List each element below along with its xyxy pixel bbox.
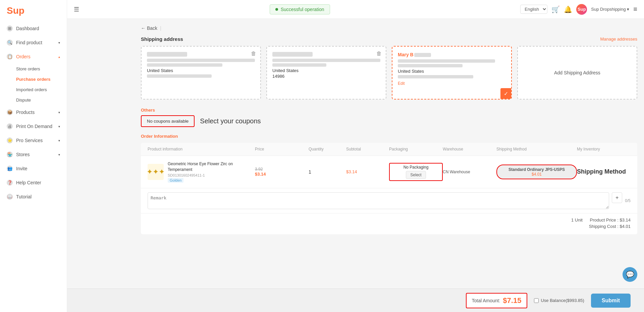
no-coupons-box[interactable]: No coupons available [141,115,195,127]
address-2-country: United States [272,68,380,73]
success-dot-icon [275,8,278,11]
product-thumbnail: ✦✦✦ [148,164,164,180]
address-2-line1 [272,59,380,62]
others-label: Others [141,108,637,113]
shipping-method-box[interactable]: Standard Ordinary JPS-USPS $4.01 [496,165,577,179]
total-value: $7.15 [503,296,521,305]
address-3-line1 [398,59,495,63]
sidebar: Sup ⊞ Dashboard 🔍 Find product ▾ 📋 Order… [0,0,67,312]
address-1-country: United States [147,68,255,73]
back-divider: | [160,25,161,31]
address-card-2[interactable]: 🗑 United States 14986 [266,46,386,100]
address-1-name [147,52,187,57]
delete-address-2-icon[interactable]: 🗑 [376,51,382,57]
col-price: Price [255,147,309,151]
order-table: Product information Price Quantity Subto… [141,143,637,234]
product-sku: SD01301602495411-1 [168,173,255,177]
submit-button[interactable]: Submit [591,294,631,308]
remark-counter: 0/5 [625,198,631,203]
sidebar-item-label: Help Center [16,180,41,185]
dashboard-icon: ⊞ [7,25,13,32]
tutorial-icon: 📖 [7,194,13,200]
col-quantity: Quantity [309,147,346,151]
price-original: 3.92 [255,167,309,172]
delete-address-1-icon[interactable]: 🗑 [251,51,256,57]
bell-icon[interactable]: 🔔 [564,5,572,13]
sidebar-item-dashboard[interactable]: ⊞ Dashboard [0,21,67,36]
add-address-card[interactable]: Add Shipping Address [517,46,637,100]
sidebar-item-dispute[interactable]: Dispute [0,95,67,105]
warehouse-cell: CN Warehouse [443,170,496,174]
footer-bar: Total Amount: $7.15 Use Balance($993.85)… [67,289,644,312]
col-warehouse: Warehouse [443,147,496,151]
my-inventory-cell: Shipping Method [577,168,631,175]
user-chevron-icon: ▾ [627,7,629,12]
sidebar-item-invite[interactable]: 👥 Invite [0,162,67,176]
hamburger-button[interactable]: ☰ [74,6,79,13]
address-3-line2 [398,64,463,67]
product-info-cell: ✦✦✦ Geometric Horse Eye Flower Zirc on T… [148,161,255,183]
others-section: Others No coupons available Select your … [141,108,637,127]
address-1-line1 [147,59,255,62]
remark-input[interactable] [148,192,609,209]
quantity-cell: 1 [309,169,346,175]
success-message: Successful operation [281,7,324,12]
sidebar-item-label: Find product [16,40,42,45]
total-label: Total Amount: [472,298,500,303]
sidebar-item-imported-orders[interactable]: Imported orders [0,84,67,95]
selected-check-icon: ✓ [500,88,511,99]
address-2-line2 [272,63,326,67]
back-button[interactable]: ← Back [141,25,157,31]
remark-add-button[interactable]: + [612,192,622,203]
sidebar-item-tutorial[interactable]: 📖 Tutorial [0,190,67,204]
add-address-label: Add Shipping Address [554,70,600,75]
coupon-row: No coupons available Select your coupons [141,115,637,127]
menu-icon[interactable]: ≡ [633,5,637,13]
product-thumb-icon: ✦✦✦ [147,168,165,176]
sidebar-item-store-orders[interactable]: Store orders [0,64,67,74]
language-select[interactable]: English [520,5,547,14]
header: ☰ Successful operation English 🛒 🔔 Sup S… [67,0,644,19]
sidebar-item-label: Pro Services [16,138,43,143]
no-coupons-label: No coupons available [147,119,189,124]
edit-address-link[interactable]: Edit [398,81,405,86]
address-grid: 🗑 United States 🗑 United States 14986 Ma… [141,46,637,100]
sidebar-item-find-product[interactable]: 🔍 Find product ▾ [0,36,67,50]
sidebar-item-help-center[interactable]: ❓ Help Center [0,176,67,190]
sidebar-item-print-on-demand[interactable]: 🖨 Print On Demand ▾ [0,119,67,133]
print-icon: 🖨 [7,123,13,129]
address-1-zip [147,74,212,78]
address-2-name [272,52,313,57]
shipping-address-title: Shipping address [141,36,183,42]
address-card-1[interactable]: 🗑 United States [141,46,261,100]
summary-units: 1 Unit Product Price : $3.14 [148,217,631,223]
address-3-country: United States [398,69,506,74]
sidebar-item-label: Print On Demand [16,124,52,129]
sidebar-item-stores[interactable]: 🏪 Stores ▾ [0,147,67,162]
sidebar-item-purchase-orders[interactable]: Purchase orders [0,74,67,84]
user-name[interactable]: Sup Dropshipping ▾ [591,7,629,12]
sidebar-item-products[interactable]: 📦 Products ▾ [0,105,67,119]
use-balance-checkbox[interactable] [534,298,539,303]
cart-icon[interactable]: 🛒 [551,5,560,13]
sidebar-item-orders[interactable]: 📋 Orders ▴ [0,50,67,64]
chevron-down-icon: ▾ [58,111,60,114]
avatar: Sup [576,4,587,15]
header-right: English 🛒 🔔 Sup Sup Dropshipping ▾ ≡ [520,4,637,15]
chat-bubble-button[interactable]: 💬 [623,267,637,282]
select-coupons-label: Select your coupons [200,117,261,125]
packaging-select-button[interactable]: Select [406,171,426,179]
address-card-3[interactable]: Mary B United States Edit ✓ [392,46,512,100]
sidebar-item-label: Orders [16,54,31,59]
main-content: ← Back | Shipping address Manage address… [134,19,644,312]
manage-addresses-link[interactable]: Manage addresses [600,37,637,42]
sidebar-item-label: Invite [16,166,27,171]
stores-icon: 🏪 [7,151,13,158]
use-balance-label: Use Balance($993.85) [541,298,584,303]
price-new: $3.14 [255,172,309,177]
address-3-name: Mary B [398,52,506,57]
sidebar-item-pro-services[interactable]: ⭐ Pro Services ▾ [0,133,67,147]
use-balance-container: Use Balance($993.85) [534,298,584,303]
shipping-method-price: $4.01 [502,172,572,177]
col-shipping-method: Shipping Method [496,147,577,151]
